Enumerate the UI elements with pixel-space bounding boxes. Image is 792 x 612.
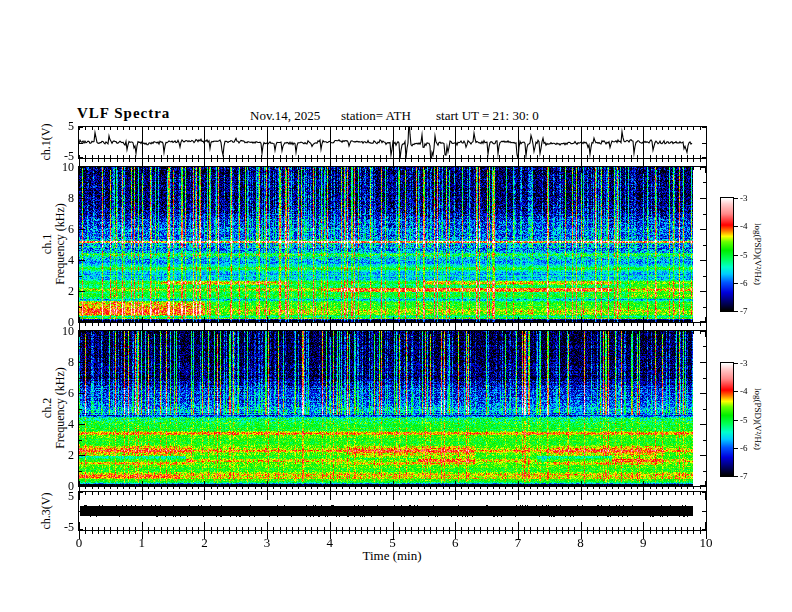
- x-tick-label: 8: [577, 535, 584, 551]
- y-tick-label: 5: [68, 119, 74, 134]
- y-tick-label: 8: [68, 191, 74, 206]
- colorbar-tick-label: -4: [740, 386, 748, 396]
- colorbar-tick-label: -5: [740, 415, 748, 425]
- axes-ticks-overlay: [0, 0, 792, 612]
- y-tick-label: 2: [68, 284, 74, 299]
- y-tick-label: 10: [62, 160, 74, 175]
- x-tick-label: 1: [138, 535, 145, 551]
- colorbar-tick-label: -6: [740, 443, 748, 453]
- x-tick-label: 6: [452, 535, 459, 551]
- y-tick-label: -5: [64, 520, 74, 535]
- colorbar-tick-label: -6: [740, 278, 748, 288]
- colorbar-tick-label: -3: [740, 193, 748, 203]
- colorbar-tick-label: -7: [740, 306, 748, 316]
- vlf-spectra-figure: VLF Spectra Nov.14, 2025 station= ATH st…: [0, 0, 792, 612]
- y-tick-label: 6: [68, 386, 74, 401]
- y-tick-label: 4: [68, 253, 74, 268]
- x-tick-label: 0: [76, 535, 83, 551]
- colorbar-tick-label: -7: [740, 471, 748, 481]
- y-tick-label: 4: [68, 417, 74, 432]
- colorbar-tick-label: -4: [740, 221, 748, 231]
- y-tick-label: 8: [68, 355, 74, 370]
- x-tick-label: 5: [389, 535, 396, 551]
- x-tick-label: 3: [264, 535, 271, 551]
- x-tick-label: 10: [700, 535, 713, 551]
- y-tick-label: 2: [68, 448, 74, 463]
- x-tick-label: 2: [201, 535, 208, 551]
- y-tick-label: 0: [68, 479, 74, 494]
- x-tick-label: 4: [327, 535, 334, 551]
- x-tick-label: 7: [515, 535, 522, 551]
- y-tick-label: 6: [68, 222, 74, 237]
- x-tick-label: 9: [640, 535, 647, 551]
- colorbar-tick-label: -5: [740, 250, 748, 260]
- y-tick-label: 10: [62, 324, 74, 339]
- colorbar-tick-label: -3: [740, 358, 748, 368]
